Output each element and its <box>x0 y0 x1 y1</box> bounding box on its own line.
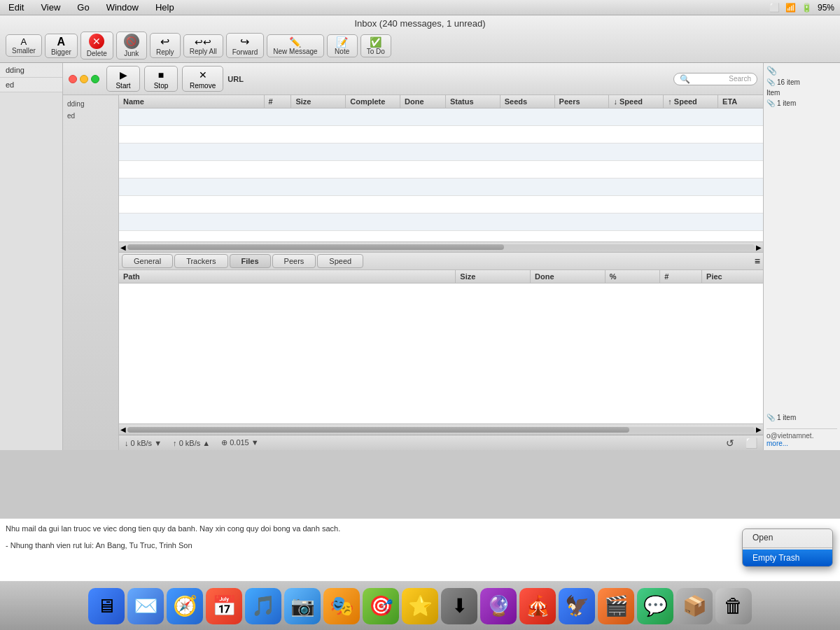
dock-iphoto[interactable]: 📷 <box>284 588 321 624</box>
tab-menu-icon[interactable]: ≡ <box>755 255 760 267</box>
attachment-item-1[interactable]: 📎 1 item <box>766 98 837 108</box>
todo-button[interactable]: ✅ To Do <box>360 34 391 57</box>
menu-edit[interactable]: Edit <box>6 2 27 13</box>
col-seeds: Seeds <box>500 95 555 108</box>
smaller-button[interactable]: A Smaller <box>6 34 42 57</box>
files-scrollbar[interactable]: ◀ ▶ <box>119 424 763 435</box>
mail-email-area: o@vietnamnet. more... <box>766 428 837 447</box>
col-num: # <box>265 95 292 108</box>
reply-button[interactable]: ↩ Reply <box>150 33 181 58</box>
delete-button[interactable]: ✕ Delete <box>80 31 113 59</box>
dock-mail[interactable]: ✉️ <box>127 588 164 624</box>
refresh-icon[interactable]: ↺ <box>726 438 734 449</box>
dock-app3[interactable]: 🔮 <box>480 588 517 624</box>
col-done: Done <box>400 95 446 108</box>
files-scroll-right[interactable]: ▶ <box>756 426 762 433</box>
attachment-item-bottom-1[interactable]: 📎 1 item <box>766 412 837 423</box>
tab-files[interactable]: Files <box>230 254 271 268</box>
utorrent-area: ▶ Start ■ Stop ✕ Remove URL 🔍 Search <box>63 63 763 450</box>
scroll-right-button[interactable]: ▶ <box>756 244 762 251</box>
dock-finder[interactable]: 🖥 <box>88 588 125 624</box>
start-button[interactable]: ▶ Start <box>106 66 140 92</box>
paperclip-icon: 📎 <box>766 66 777 76</box>
bigger-button[interactable]: A Bigger <box>45 34 78 58</box>
attachment-item-16[interactable]: 📎 16 item <box>766 77 837 88</box>
smaller-label: Smaller <box>12 47 36 55</box>
scrollbar-thumb[interactable] <box>127 244 504 250</box>
new-message-label: New Message <box>273 48 317 55</box>
maximize-button[interactable] <box>91 75 99 83</box>
remove-label: Remove <box>190 82 216 90</box>
new-message-button[interactable]: ✏️ New Message <box>267 34 323 57</box>
files-scroll-left[interactable]: ◀ <box>120 426 126 433</box>
battery-icon: 🔋 <box>802 3 812 13</box>
torrent-scrollbar[interactable]: ◀ ▶ <box>119 241 763 253</box>
dock-itunes[interactable]: 🎵 <box>245 588 281 624</box>
forward-icon: ↪ <box>240 35 249 48</box>
more-link[interactable]: more... <box>766 440 837 447</box>
url-box: URL <box>227 75 244 83</box>
scroll-left-button[interactable]: ◀ <box>120 244 126 251</box>
dock-utorrent[interactable]: ⬇ <box>441 588 477 624</box>
search-box[interactable]: 🔍 Search <box>673 73 757 85</box>
reply-label: Reply <box>156 48 174 56</box>
utorrent-sidebar-dding[interactable]: dding <box>63 98 118 110</box>
dock-ical[interactable]: 📅 <box>206 588 242 624</box>
tab-trackers[interactable]: Trackers <box>174 254 227 268</box>
dock-trash[interactable]: 🗑 <box>715 588 752 624</box>
torrent-list-header: Name # Size Complete Done Status Seeds P… <box>119 95 763 108</box>
junk-button[interactable]: 🚫 Junk <box>116 31 147 59</box>
files-col-path: Path <box>119 270 456 283</box>
utorrent-left-sidebar: dding ed <box>63 95 119 450</box>
forward-button[interactable]: ↪ Forward <box>226 33 265 58</box>
files-col-done: Done <box>531 270 606 283</box>
context-menu-empty-trash[interactable]: Empty Trash <box>743 550 832 566</box>
attachment-sub-label: Item <box>766 89 780 97</box>
sidebar-item-dding[interactable]: dding <box>0 63 62 78</box>
files-col-percent: % <box>606 270 661 283</box>
dock-app7[interactable]: 💬 <box>637 588 673 624</box>
search-input[interactable] <box>693 75 729 83</box>
files-scrollbar-thumb[interactable] <box>127 427 629 433</box>
dock-app4[interactable]: 🎪 <box>519 588 556 624</box>
dock-photobooth[interactable]: 🎭 <box>323 588 360 624</box>
menu-window[interactable]: Window <box>104 2 141 13</box>
remove-button[interactable]: ✕ Remove <box>182 66 223 92</box>
reply-all-label: Reply All <box>190 48 217 55</box>
reply-all-button[interactable]: ↩↩ Reply All <box>183 34 223 57</box>
dock-app1[interactable]: 🎯 <box>363 588 399 624</box>
dock-app2[interactable]: ⭐ <box>402 588 438 624</box>
files-scrollbar-track[interactable] <box>127 427 755 433</box>
context-menu-open[interactable]: Open <box>743 529 832 546</box>
minimize-button[interactable] <box>80 75 88 83</box>
dock-app8[interactable]: 📦 <box>676 588 713 624</box>
mail-sidebar: dding ed <box>0 63 63 450</box>
mail-body-paragraph-2: - Nhung thanh vien rut lui: An Bang, Tu … <box>6 541 834 550</box>
menu-help[interactable]: Help <box>153 2 177 13</box>
stop-button[interactable]: ■ Stop <box>144 66 178 92</box>
dock-app6[interactable]: 🎬 <box>598 588 634 624</box>
col-size: Size <box>291 95 346 108</box>
close-button[interactable] <box>69 75 77 83</box>
dock-app5[interactable]: 🦅 <box>559 588 595 624</box>
menu-view[interactable]: View <box>38 2 63 13</box>
status-bar: ↓ 0 kB/s ▼ ↑ 0 kB/s ▲ ⊕ 0.015 ▼ ↺ ⬜ <box>119 435 763 450</box>
note-button[interactable]: 📝 Note <box>327 34 358 57</box>
files-col-piec: Piec <box>702 270 763 283</box>
mail-toolbar: Inbox (240 messages, 1 unread) A Smaller… <box>0 15 840 63</box>
tab-general[interactable]: General <box>122 254 173 268</box>
scrollbar-track[interactable] <box>127 244 755 250</box>
search-label: Search <box>729 75 751 83</box>
utorrent-sidebar-ed[interactable]: ed <box>63 110 118 122</box>
tab-peers[interactable]: Peers <box>272 254 316 268</box>
todo-icon: ✅ <box>370 36 382 48</box>
preferences-icon[interactable]: ⬜ <box>746 438 757 449</box>
sidebar-item-ed[interactable]: ed <box>0 78 62 92</box>
dock-safari[interactable]: 🧭 <box>167 588 203 624</box>
start-label: Start <box>115 82 130 90</box>
attachment-bottom-label: 1 item <box>777 414 796 421</box>
reply-icon: ↩ <box>160 35 169 48</box>
attachment-item-sub: Item <box>766 88 837 98</box>
menu-go[interactable]: Go <box>74 2 92 13</box>
tab-speed[interactable]: Speed <box>317 254 363 268</box>
